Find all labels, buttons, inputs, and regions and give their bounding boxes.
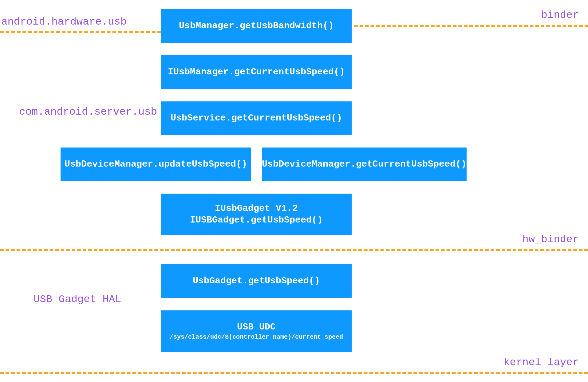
box-usbdevicemanager-update: UsbDeviceManager.updateUsbSpeed() <box>61 148 251 181</box>
box-text-line2: IUSBGadget.getUsbSpeed() <box>190 215 323 226</box>
label-binder: binder <box>541 9 579 21</box>
box-iusbmanager-getcurrent: IUsbManager.getCurrentUsbSpeed() <box>161 55 352 89</box>
box-usb-udc: USB UDC /sys/class/udc/$(controller_name… <box>161 310 352 352</box>
dashed-binder-left <box>0 31 161 33</box>
box-usbdevicemanager-getcurrent: UsbDeviceManager.getCurrentUsbSpeed() <box>262 148 467 181</box>
box-text-line1: USB UDC <box>237 321 276 333</box>
label-hw-binder: hw_binder <box>522 234 579 245</box>
box-usbservice-getcurrent: UsbService.getCurrentUsbSpeed() <box>161 101 352 135</box>
box-text-line1: IUsbGadget V1.2 <box>215 203 298 215</box>
dashed-binder-right <box>349 25 588 27</box>
box-text-line2: /sys/class/udc/$(controller_name)/curren… <box>170 333 343 341</box>
box-text: UsbManager.getUsbBandwidth() <box>179 20 334 32</box>
box-text: UsbDeviceManager.updateUsbSpeed() <box>65 159 247 170</box>
box-text: UsbGadget.getUsbSpeed() <box>193 275 320 287</box>
box-text: UsbDeviceManager.getCurrentUsbSpeed() <box>262 159 467 170</box>
box-usbgadget-getspeed: UsbGadget.getUsbSpeed() <box>161 264 352 298</box>
box-usbmanager-get-bandwidth: UsbManager.getUsbBandwidth() <box>161 9 352 43</box>
label-kernel-layer: kernel layer <box>503 356 579 368</box>
box-text: IUsbManager.getCurrentUsbSpeed() <box>168 66 345 78</box>
label-usb-gadget-hal: USB Gadget HAL <box>34 293 121 305</box>
dashed-kernel-layer <box>0 372 588 374</box>
dashed-hw-binder <box>0 249 588 251</box>
label-android-hardware-usb: android.hardware.usb <box>1 16 127 28</box>
box-iusbgadget-v12: IUsbGadget V1.2 IUSBGadget.getUsbSpeed() <box>161 194 352 235</box>
box-text: UsbService.getCurrentUsbSpeed() <box>171 112 342 124</box>
label-com-android-server-usb: com.android.server.usb <box>19 106 157 118</box>
